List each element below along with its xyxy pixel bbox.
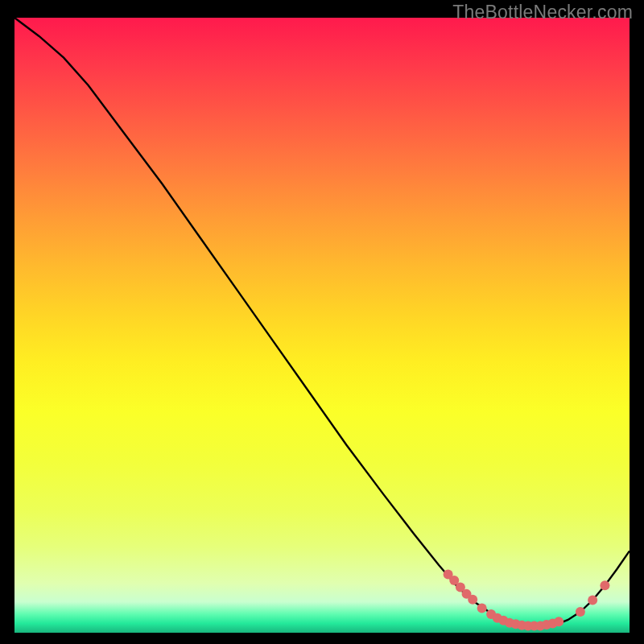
chart-svg bbox=[14, 18, 630, 633]
marker-dot bbox=[477, 603, 487, 613]
marker-dot bbox=[554, 617, 564, 626]
marker-dot bbox=[468, 595, 477, 605]
marker-dot bbox=[576, 607, 585, 617]
marker-dot bbox=[588, 596, 597, 605]
marker-dot bbox=[600, 580, 609, 590]
chart-container: TheBottleNecker.com bbox=[0, 0, 644, 644]
marker-dots bbox=[444, 569, 610, 630]
curve-layer bbox=[14, 18, 630, 626]
bottleneck-curve bbox=[14, 18, 630, 626]
